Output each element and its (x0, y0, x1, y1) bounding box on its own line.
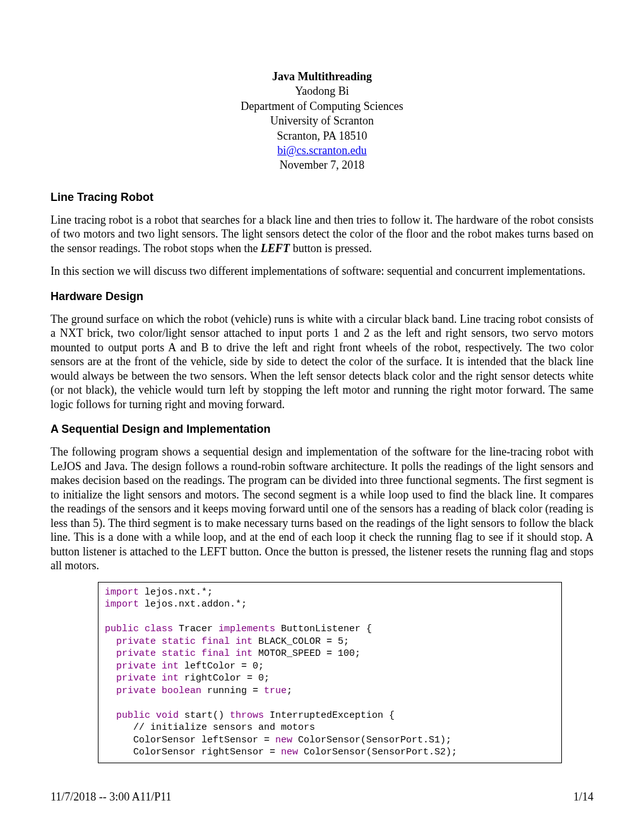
code-text: lejos.nxt.addon.*; (139, 599, 247, 610)
code-keyword: new (281, 747, 298, 758)
code-keyword: import (105, 587, 139, 598)
code-text: BLACK_COLOR = 5; (253, 636, 349, 647)
code-keyword: true (264, 686, 287, 696)
code-text: ColorSensor(SensorPort.S1); (292, 735, 451, 746)
paragraph: Line tracing robot is a robot that searc… (51, 213, 593, 256)
city-state: Scranton, PA 18510 (51, 129, 593, 143)
code-text: ButtonListener { (275, 624, 372, 634)
code-keyword: implements (218, 624, 275, 634)
text: button is pressed. (290, 242, 372, 255)
paragraph: The following program shows a sequential… (51, 445, 593, 573)
code-text: ColorSensor leftSensor = (133, 735, 275, 746)
code-keyword: private static final int (116, 648, 253, 659)
document-date: November 7, 2018 (51, 158, 593, 172)
code-text: ColorSensor(SensorPort.S2); (298, 747, 457, 758)
code-text: Tracer (173, 624, 218, 634)
code-text: MOTOR_SPEED = 100; (253, 648, 361, 659)
footer-page-number: 1/14 (573, 790, 593, 804)
author-name: Yaodong Bi (51, 84, 593, 99)
code-keyword: private boolean (116, 686, 201, 696)
section-heading-hardware: Hardware Design (51, 290, 593, 303)
section-heading-sequential: A Sequential Design and Implementation (51, 423, 593, 436)
code-text: InterruptedException { (264, 710, 395, 721)
code-text: leftColor = 0; (179, 661, 264, 672)
code-keyword: public void (116, 710, 179, 721)
code-keyword: throws (230, 710, 264, 721)
university: University of Scranton (51, 114, 593, 128)
code-text: start() (179, 710, 230, 721)
code-text: lejos.nxt.*; (139, 587, 213, 598)
code-comment: // initialize sensors and motors (133, 722, 315, 733)
emphasis-left: LEFT (261, 242, 290, 255)
footer-timestamp: 11/7/2018 -- 3:00 A11/P11 (51, 790, 172, 804)
code-text: ColorSensor rightSensor = (133, 747, 281, 758)
document-header: Java Multithreading Yaodong Bi Departmen… (51, 70, 593, 173)
email-link[interactable]: bi@cs.scranton.edu (277, 144, 367, 157)
page-footer: 11/7/2018 -- 3:00 A11/P11 1/14 (51, 790, 593, 804)
code-keyword: private int (116, 673, 179, 684)
code-keyword: import (105, 599, 139, 610)
paragraph: In this section we will discuss two diff… (51, 264, 593, 279)
code-text: running = (201, 686, 264, 696)
code-block: import lejos.nxt.*; import lejos.nxt.add… (98, 582, 562, 763)
document-title: Java Multithreading (51, 70, 593, 84)
page-content: Java Multithreading Yaodong Bi Departmen… (0, 0, 644, 801)
section-heading-line-tracing: Line Tracing Robot (51, 191, 593, 204)
paragraph: The ground surface on which the robot (v… (51, 312, 593, 412)
code-text: ; (287, 686, 292, 696)
code-keyword: private int (116, 661, 179, 672)
code-text: rightColor = 0; (179, 673, 270, 684)
code-keyword: public class (105, 624, 173, 634)
code-keyword: private static final int (116, 636, 253, 647)
department: Department of Computing Sciences (51, 99, 593, 114)
code-keyword: new (275, 735, 292, 746)
